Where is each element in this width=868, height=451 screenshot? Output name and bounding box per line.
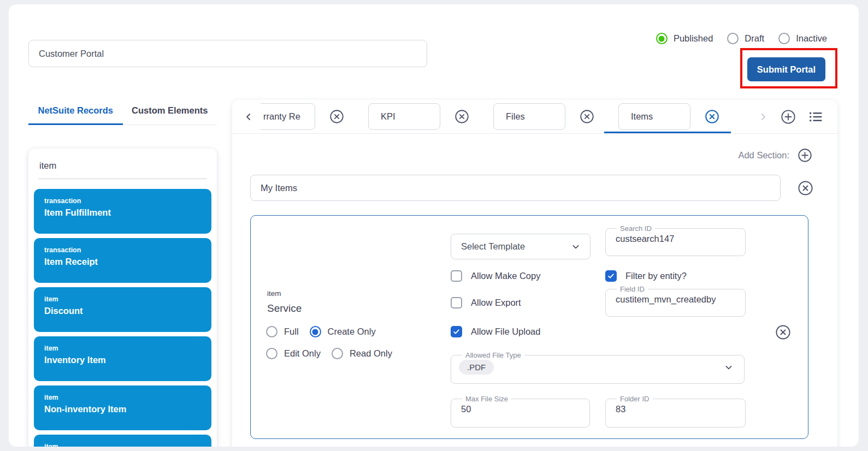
status-label-published: Published — [674, 33, 713, 44]
checkbox-label: Filter by entity? — [625, 271, 687, 281]
radio-label: Create Only — [328, 327, 376, 337]
record-card-discount[interactable]: item Discount — [34, 287, 211, 332]
check-icon — [452, 328, 460, 336]
record-type-label: item — [44, 295, 201, 303]
editor-record-type-label: item — [267, 289, 281, 298]
app-card: Published Draft Inactive Submit Portal N… — [9, 4, 859, 447]
radio-label: Edit Only — [284, 348, 321, 359]
section-tabstrip: rranty Re KPI Files — [232, 100, 837, 134]
radio-full[interactable]: Full — [266, 326, 299, 337]
section-title-input[interactable] — [250, 175, 781, 201]
radio-create-only[interactable]: Create Only — [310, 326, 376, 337]
permission-radio-row: Full Create Only — [266, 326, 376, 337]
tabs-viewport: rranty Re KPI Files — [261, 100, 746, 133]
add-section-label: Add Section: — [738, 150, 789, 161]
section-editor: item Service Full Create Only Edit Only — [250, 215, 808, 439]
circle-x-icon — [454, 109, 469, 124]
template-select-value: Select Template — [461, 241, 525, 252]
sidebar-tab-netsuite-records[interactable]: NetSuite Records — [28, 100, 123, 125]
tab-files[interactable]: Files — [493, 103, 565, 130]
search-id-value: custsearch147 — [612, 233, 739, 244]
checkbox-allow-export[interactable]: Allow Export — [451, 297, 521, 308]
search-id-field[interactable]: Search ID custsearch147 — [605, 224, 746, 256]
remove-record-button[interactable] — [775, 324, 791, 340]
tab-list-button[interactable] — [808, 109, 823, 124]
tab-close-button[interactable] — [329, 109, 344, 124]
record-card-clipped[interactable]: item — [34, 435, 211, 447]
permission-radio-row: Edit Only Read Only — [266, 348, 392, 359]
section-builder-panel: rranty Re KPI Files — [232, 100, 837, 447]
record-type-label: item — [44, 394, 201, 401]
status-radio-published[interactable]: Published — [656, 33, 713, 44]
status-radio-draft[interactable]: Draft — [727, 33, 764, 44]
tab-items[interactable]: Items — [618, 103, 690, 130]
record-type-label: item — [44, 443, 201, 447]
circle-plus-icon — [798, 148, 812, 163]
record-type-label: item — [44, 345, 201, 352]
checkbox-allow-file-upload[interactable]: Allow File Upload — [451, 326, 540, 337]
check-icon — [607, 272, 615, 280]
field-id-label: Field ID — [617, 285, 648, 293]
radio-icon — [266, 326, 277, 337]
tab-unit-files: Files — [493, 100, 594, 133]
checkbox-allow-make-copy[interactable]: Allow Make Copy — [451, 270, 540, 282]
tab-close-button[interactable] — [580, 109, 594, 124]
tab-kpi[interactable]: KPI — [368, 103, 440, 130]
record-type-label: transaction — [44, 197, 201, 205]
chevron-left-icon — [243, 111, 254, 122]
folder-id-label: Folder ID — [617, 395, 652, 403]
allowed-file-type-select[interactable]: Allowed File Type .PDF — [451, 351, 745, 384]
tab-warranty-re[interactable]: rranty Re — [261, 103, 315, 130]
record-name-label: Non-inventory Item — [44, 404, 201, 414]
folder-id-field[interactable]: Folder ID 83 — [605, 395, 746, 428]
radio-label: Full — [284, 327, 299, 337]
tab-close-button[interactable] — [454, 109, 469, 124]
tab-scroll-right-button[interactable] — [758, 111, 769, 122]
template-select[interactable]: Select Template — [451, 234, 591, 259]
radio-read-only[interactable]: Read Only — [332, 348, 392, 359]
status-label-draft: Draft — [745, 33, 764, 44]
radio-icon — [727, 33, 739, 44]
sidebar-tab-custom-elements[interactable]: Custom Elements — [123, 100, 217, 125]
circle-x-icon — [705, 109, 719, 124]
tab-close-button[interactable] — [705, 109, 719, 124]
radio-icon — [778, 33, 790, 44]
allowed-file-type-label: Allowed File Type — [462, 351, 524, 359]
chevron-down-icon — [723, 362, 734, 373]
record-card-inventory-item[interactable]: item Inventory Item — [34, 336, 211, 381]
tabstrip-actions — [746, 109, 823, 124]
radio-icon — [310, 326, 321, 337]
remove-section-button[interactable] — [798, 180, 813, 196]
radio-edit-only[interactable]: Edit Only — [266, 348, 321, 359]
checkbox-filter-by-entity[interactable]: Filter by entity? — [605, 270, 687, 282]
field-id-field[interactable]: Field ID custitem_mvn_createdby — [605, 285, 746, 317]
add-section-button[interactable] — [798, 148, 812, 163]
max-file-size-label: Max File Size — [462, 395, 511, 403]
max-file-size-field[interactable]: Max File Size 50 — [451, 395, 590, 428]
circle-x-icon — [580, 109, 594, 124]
sidebar-tabs: NetSuite Records Custom Elements — [28, 100, 217, 125]
record-card-non-inventory-item[interactable]: item Non-inventory Item — [34, 385, 211, 430]
folder-id-value: 83 — [612, 403, 739, 414]
checkbox-icon — [451, 297, 462, 308]
tab-scroll-left-button[interactable] — [243, 111, 254, 122]
radio-icon — [332, 348, 343, 359]
submit-portal-button[interactable]: Submit Portal — [747, 57, 825, 81]
circle-x-icon — [329, 109, 344, 124]
record-search-input[interactable]: item — [38, 158, 207, 179]
add-tab-button[interactable] — [781, 109, 796, 124]
chevron-right-icon — [758, 111, 769, 122]
record-name-label: Item Fulfillment — [44, 207, 201, 218]
checkbox-label: Allow File Upload — [471, 327, 540, 337]
tab-unit-warranty: rranty Re — [261, 100, 344, 133]
record-card-item-receipt[interactable]: transaction Item Receipt — [34, 238, 211, 283]
circle-plus-icon — [781, 109, 796, 124]
record-card-item-fulfillment[interactable]: transaction Item Fulfillment — [34, 189, 211, 234]
add-section-row: Add Section: — [232, 134, 837, 163]
status-radio-inactive[interactable]: Inactive — [778, 33, 827, 44]
record-name-label: Item Receipt — [44, 257, 201, 267]
record-list: transaction Item Fulfillment transaction… — [28, 179, 217, 447]
portal-name-input[interactable] — [28, 40, 427, 67]
radio-label: Read Only — [350, 348, 392, 359]
editor-record-name-label: Service — [267, 302, 302, 314]
